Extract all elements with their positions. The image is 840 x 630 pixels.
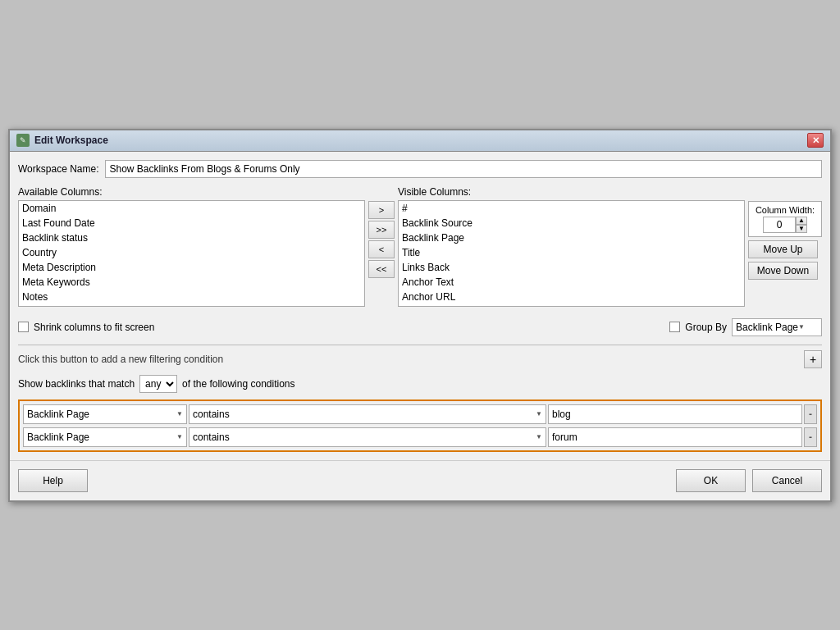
- visible-columns-list: # Backlink Source Backlink Page Title Li…: [399, 201, 744, 306]
- visible-columns-label: Visible Columns:: [398, 186, 745, 198]
- dialog-content: Workspace Name: Available Columns: Domai…: [10, 152, 830, 460]
- list-item[interactable]: Title: [399, 245, 744, 260]
- list-item[interactable]: #: [399, 201, 744, 216]
- shrink-group-row: Shrink columns to fit screen Group By Ba…: [18, 315, 822, 340]
- conditions-box: Backlink Page ▼ contains ▼ blog - Backli…: [18, 399, 822, 452]
- condition-op-value-1: contains: [193, 409, 230, 420]
- move-up-button[interactable]: Move Up: [748, 240, 818, 258]
- spinner-up[interactable]: ▲: [796, 217, 807, 225]
- move-right-button[interactable]: >: [368, 201, 395, 219]
- available-columns-box: Available Columns: Domain Last Found Dat…: [18, 186, 365, 307]
- move-left-all-button[interactable]: <<: [368, 260, 395, 278]
- op-arrow-icon-1: ▼: [536, 410, 542, 418]
- visible-columns-list-container: # Backlink Source Backlink Page Title Li…: [398, 200, 745, 307]
- available-columns-list-container: Domain Last Found Date Backlink status C…: [18, 200, 365, 307]
- list-item[interactable]: Anchor URL: [399, 290, 744, 304]
- filter-header: Click this button to add a new filtering…: [18, 350, 822, 368]
- help-button[interactable]: Help: [18, 469, 88, 492]
- list-item[interactable]: Backlink Page: [399, 231, 744, 245]
- condition-field-1[interactable]: Backlink Page ▼: [23, 404, 187, 424]
- columns-section: Available Columns: Domain Last Found Dat…: [18, 186, 822, 307]
- list-item[interactable]: Anchor Text: [399, 275, 744, 290]
- list-item[interactable]: Country: [19, 245, 364, 260]
- filter-header-text: Click this button to add a new filtering…: [18, 354, 223, 365]
- ok-button[interactable]: OK: [676, 469, 746, 492]
- spinner-down[interactable]: ▼: [796, 225, 807, 233]
- group-by-value: Backlink Page: [736, 322, 798, 333]
- list-item[interactable]: Notes: [19, 290, 364, 304]
- condition-op-value-2: contains: [193, 431, 230, 443]
- condition-field-value-2: Backlink Page: [27, 431, 89, 443]
- available-columns-label: Available Columns:: [18, 186, 365, 198]
- title-bar: ✎ Edit Workspace ✕: [10, 130, 830, 152]
- condition-value-2[interactable]: forum: [548, 427, 802, 447]
- add-condition-button[interactable]: +: [804, 350, 822, 368]
- group-by-label: Group By: [685, 322, 727, 333]
- show-backlinks-label: Show backlinks that match: [18, 378, 135, 390]
- match-select[interactable]: any all: [139, 375, 177, 393]
- group-by-arrow-icon: ▼: [798, 323, 805, 331]
- field-arrow-icon-1: ▼: [176, 410, 183, 418]
- cancel-button[interactable]: Cancel: [752, 469, 822, 492]
- remove-condition-button-2[interactable]: -: [804, 427, 817, 447]
- window-title: Edit Workspace: [34, 135, 108, 146]
- close-button[interactable]: ✕: [807, 133, 824, 148]
- group-by-row: Group By Backlink Page ▼: [669, 318, 822, 336]
- condition-value-text-2: forum: [552, 431, 578, 443]
- ok-cancel-buttons: OK Cancel: [676, 469, 822, 492]
- available-columns-list: Domain Last Found Date Backlink status C…: [19, 201, 364, 306]
- arrow-buttons: > >> < <<: [368, 186, 395, 278]
- list-item[interactable]: Backlink status: [19, 231, 364, 245]
- condition-operator-1[interactable]: contains ▼: [189, 404, 546, 424]
- column-width-input-row: ▲ ▼: [752, 217, 818, 233]
- list-item[interactable]: Backlink Source: [399, 216, 744, 231]
- right-controls: Column Width: ▲ ▼ Move Up Move Down: [748, 186, 822, 280]
- move-right-all-button[interactable]: >>: [368, 221, 395, 239]
- workspace-name-row: Workspace Name:: [18, 160, 822, 178]
- column-width-label: Column Width:: [752, 205, 818, 215]
- move-left-button[interactable]: <: [368, 240, 395, 258]
- list-item[interactable]: Meta Description: [19, 260, 364, 275]
- edit-workspace-dialog: ✎ Edit Workspace ✕ Workspace Name: Avail…: [8, 129, 832, 502]
- op-arrow-icon-2: ▼: [536, 433, 542, 441]
- column-width-input[interactable]: [763, 217, 796, 233]
- workspace-name-input[interactable]: [105, 160, 822, 178]
- workspace-name-label: Workspace Name:: [18, 163, 98, 175]
- group-by-checkbox[interactable]: [669, 322, 680, 332]
- condition-row: Backlink Page ▼ contains ▼ blog -: [23, 404, 817, 424]
- of-following-label: of the following conditions: [182, 378, 294, 390]
- condition-operator-2[interactable]: contains ▼: [189, 427, 546, 447]
- visible-columns-box: Visible Columns: # Backlink Source Backl…: [398, 186, 745, 307]
- title-bar-left: ✎ Edit Workspace: [16, 134, 108, 147]
- shrink-label: Shrink columns to fit screen: [34, 322, 154, 333]
- shrink-row: Shrink columns to fit screen: [18, 322, 154, 333]
- column-width-spinners: ▲ ▼: [796, 217, 807, 233]
- field-arrow-icon-2: ▼: [176, 433, 183, 441]
- window-icon: ✎: [16, 134, 30, 147]
- list-item[interactable]: Domain: [19, 201, 364, 216]
- divider: [18, 345, 822, 345]
- list-item[interactable]: Last Found Date: [19, 216, 364, 231]
- condition-value-1[interactable]: blog: [548, 404, 802, 424]
- condition-row: Backlink Page ▼ contains ▼ forum -: [23, 427, 817, 447]
- remove-condition-button-1[interactable]: -: [804, 404, 817, 424]
- list-item[interactable]: Meta Keywords: [19, 275, 364, 290]
- shrink-checkbox[interactable]: [18, 322, 29, 332]
- move-down-button[interactable]: Move Down: [748, 262, 818, 280]
- column-width-box: Column Width: ▲ ▼: [748, 201, 822, 237]
- bottom-bar: Help OK Cancel: [10, 460, 830, 500]
- condition-field-value-1: Backlink Page: [27, 409, 89, 420]
- list-item[interactable]: Links Back: [399, 260, 744, 275]
- group-by-dropdown[interactable]: Backlink Page ▼: [732, 318, 822, 336]
- condition-field-2[interactable]: Backlink Page ▼: [23, 427, 187, 447]
- condition-value-text-1: blog: [552, 409, 571, 420]
- match-row: Show backlinks that match any all of the…: [18, 375, 822, 393]
